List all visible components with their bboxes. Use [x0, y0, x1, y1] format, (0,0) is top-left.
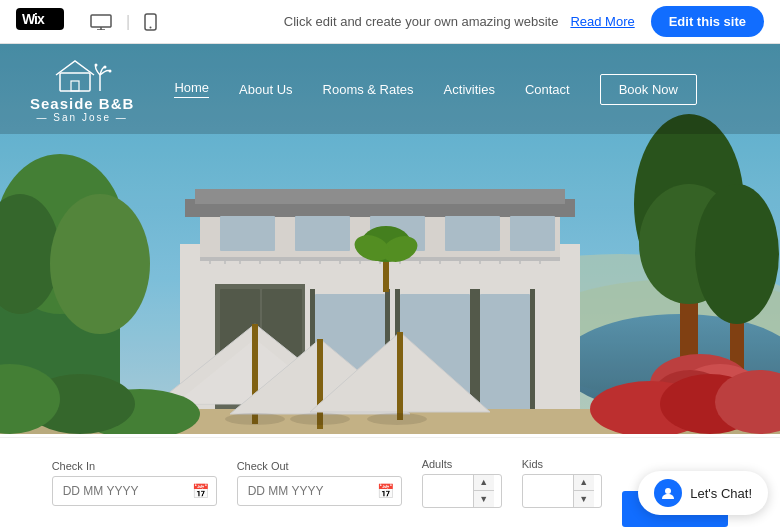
- kids-field: Kids 0 ▲ ▼: [522, 458, 602, 508]
- kids-input-wrap: 0 ▲ ▼: [522, 474, 602, 508]
- svg-point-91: [104, 66, 107, 69]
- chat-avatar: [654, 479, 682, 507]
- svg-rect-87: [71, 81, 79, 91]
- bar-promo-text: Click edit and create your own amazing w…: [284, 14, 559, 29]
- svg-rect-2: [91, 15, 111, 27]
- adults-input[interactable]: 1: [423, 476, 473, 505]
- checkin-input[interactable]: [52, 476, 217, 506]
- svg-text:Wix: Wix: [22, 11, 45, 27]
- nav-contact[interactable]: Contact: [525, 82, 570, 97]
- checkin-field: Check In 📅: [52, 460, 217, 506]
- nav-home[interactable]: Home: [174, 80, 209, 98]
- read-more-link[interactable]: Read More: [570, 14, 634, 29]
- site-logo-icon: [52, 55, 112, 95]
- checkin-label: Check In: [52, 460, 217, 472]
- chat-label: Let's Chat!: [690, 486, 752, 501]
- kids-spinners: ▲ ▼: [573, 475, 594, 507]
- site-name: Seaside B&B: [30, 95, 134, 112]
- checkout-input[interactable]: [237, 476, 402, 506]
- site-preview: Seaside B&B — San Jose — Home About Us R…: [0, 44, 780, 527]
- desktop-icon[interactable]: [84, 10, 118, 34]
- site-logo: Seaside B&B — San Jose —: [30, 55, 134, 123]
- kids-decrement[interactable]: ▼: [574, 491, 594, 507]
- kids-label: Kids: [522, 458, 602, 470]
- site-subtitle: — San Jose —: [37, 112, 128, 123]
- svg-point-90: [95, 64, 98, 67]
- checkout-label: Check Out: [237, 460, 402, 472]
- nav-rooms[interactable]: Rooms & Rates: [323, 82, 414, 97]
- svg-point-89: [109, 70, 112, 73]
- kids-increment[interactable]: ▲: [574, 475, 594, 491]
- site-navigation: Seaside B&B — San Jose — Home About Us R…: [0, 44, 780, 134]
- book-now-button[interactable]: Book Now: [600, 74, 697, 105]
- adults-decrement[interactable]: ▼: [474, 491, 494, 507]
- adults-input-wrap: 1 ▲ ▼: [422, 474, 502, 508]
- checkin-input-wrap: 📅: [52, 476, 217, 506]
- checkout-field: Check Out 📅: [237, 460, 402, 506]
- adults-increment[interactable]: ▲: [474, 475, 494, 491]
- adults-label: Adults: [422, 458, 502, 470]
- kids-input[interactable]: 0: [523, 476, 573, 505]
- device-icons: |: [84, 9, 163, 35]
- adults-field: Adults 1 ▲ ▼: [422, 458, 502, 508]
- checkout-input-wrap: 📅: [237, 476, 402, 506]
- site-nav-links: Home About Us Rooms & Rates Activities C…: [174, 74, 750, 105]
- nav-about[interactable]: About Us: [239, 82, 292, 97]
- device-separator: |: [126, 13, 130, 31]
- edit-site-button[interactable]: Edit this site: [651, 6, 764, 37]
- svg-rect-86: [60, 73, 90, 91]
- svg-point-92: [665, 488, 671, 494]
- svg-point-6: [150, 26, 152, 28]
- wix-top-bar: Wix | Click edit and create your own ama…: [0, 0, 780, 44]
- mobile-icon[interactable]: [138, 9, 163, 35]
- adults-spinners: ▲ ▼: [473, 475, 494, 507]
- nav-activities[interactable]: Activities: [444, 82, 495, 97]
- wix-logo-text: Wix: [16, 8, 64, 36]
- live-chat-widget[interactable]: Let's Chat!: [638, 471, 768, 515]
- wix-logo: Wix: [16, 8, 64, 36]
